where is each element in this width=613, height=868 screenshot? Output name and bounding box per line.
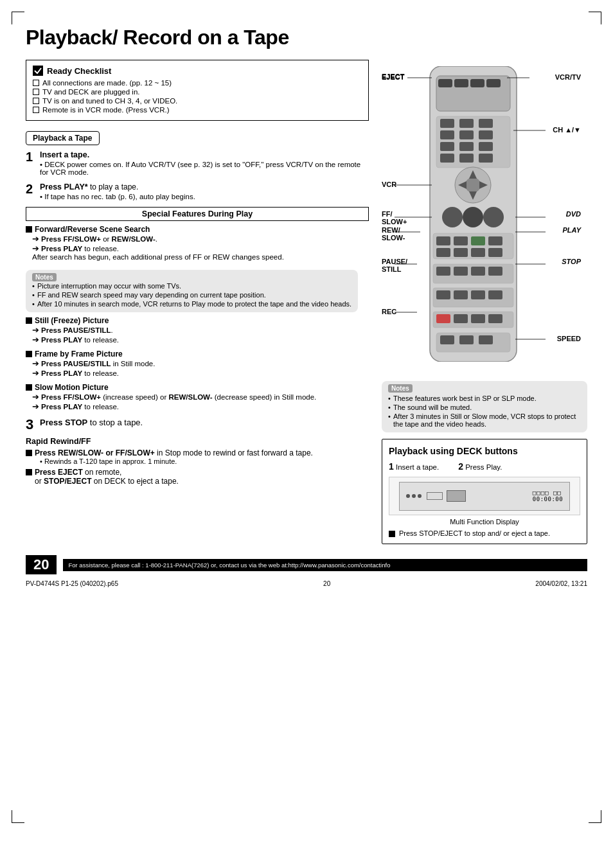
note-item: Picture interruption may occur with some…: [32, 282, 351, 290]
svg-rect-9: [479, 119, 493, 128]
deck-display: □□□□ □□ 00:00:00: [389, 477, 580, 515]
svg-rect-33: [436, 248, 450, 257]
step2: 2 Press PLAY* to play a tape. • If tape …: [26, 182, 369, 202]
black-square-icon: [26, 469, 32, 475]
deck-dot: [412, 494, 416, 498]
arrow-icon: ➔: [32, 359, 39, 368]
svg-rect-49: [454, 314, 468, 323]
pause-still-label: PAUSE/STILL: [382, 258, 407, 273]
black-square-icon: [26, 351, 32, 357]
svg-rect-34: [454, 248, 468, 257]
svg-rect-36: [488, 248, 502, 257]
svg-rect-46: [488, 290, 502, 299]
page-number: 20: [26, 555, 57, 574]
svg-rect-54: [459, 335, 474, 344]
frame-feature: Frame by Frame Picture ➔ Press PAUSE/STI…: [26, 350, 369, 378]
svg-rect-44: [454, 290, 468, 299]
svg-rect-48: [436, 314, 450, 323]
svg-rect-3: [454, 79, 468, 87]
checkbox: [33, 107, 39, 113]
deck-title: Playback using DECK buttons: [389, 446, 580, 456]
arrow-icon: ➔: [32, 368, 39, 378]
svg-rect-4: [470, 79, 484, 87]
arrow-icon: ➔: [32, 325, 39, 335]
play-label: PLAY: [562, 226, 581, 234]
svg-rect-45: [471, 290, 485, 299]
svg-point-20: [465, 177, 481, 193]
svg-point-27: [483, 207, 504, 227]
svg-rect-15: [479, 142, 493, 151]
svg-rect-39: [454, 267, 468, 276]
ch-label: CH ▲/▼: [553, 126, 581, 134]
svg-rect-50: [471, 314, 485, 323]
note-item: After 10 minutes in search mode, VCR ret…: [32, 300, 351, 308]
arrow-icon: ➔: [32, 244, 39, 253]
dvd-label: DVD: [566, 210, 581, 218]
svg-rect-5: [486, 79, 501, 87]
playback-tape-label: Playback a Tape: [26, 131, 100, 145]
svg-rect-7: [440, 119, 454, 128]
checklist-item: TV is on and tuned to CH 3, 4, or VIDEO.: [33, 97, 362, 105]
checklist-item: All connections are made. (pp. 12 ~ 15): [33, 79, 362, 87]
rec-label: REC: [382, 308, 396, 315]
checklist-icon: [33, 66, 43, 76]
still-feature: Still (Freeze) Picture ➔ Press PAUSE/STI…: [26, 316, 369, 344]
forward-reverse-feature: Forward/Reverse Scene Search ➔ Press FF/…: [26, 225, 369, 261]
svg-rect-17: [459, 154, 474, 163]
rew-slow-label: REW/SLOW-: [382, 226, 405, 242]
arrow-icon: ➔: [32, 392, 39, 402]
notes2-title: Notes: [388, 384, 581, 393]
svg-rect-16: [440, 154, 454, 163]
svg-rect-31: [471, 236, 485, 245]
arrow-icon: ➔: [32, 402, 39, 411]
svg-rect-43: [436, 290, 450, 299]
ready-checklist: Ready Checklist All connections are made…: [26, 60, 369, 121]
note-item: After 3 minutes in Still or Slow mode, V…: [388, 412, 581, 428]
svg-rect-8: [459, 119, 474, 128]
slow-feature: Slow Motion Picture ➔ Press FF/SLOW+ (in…: [26, 383, 369, 411]
remote-illustration: [417, 66, 529, 362]
note-item: The sound will be muted.: [388, 403, 581, 411]
svg-rect-12: [479, 130, 493, 139]
svg-rect-51: [488, 314, 502, 323]
svg-rect-53: [440, 335, 454, 344]
checkbox: [33, 80, 39, 86]
ff-slow-label: FF/SLOW+: [382, 210, 407, 226]
svg-point-25: [442, 207, 463, 227]
footer-meta: PV-D4744S P1-25 (040202).p65 20 2004/02/…: [26, 580, 587, 587]
svg-rect-2: [438, 79, 452, 87]
notes-box-1: Notes Picture interruption may occur wit…: [26, 270, 358, 312]
deck-dot: [406, 494, 410, 498]
svg-rect-55: [479, 335, 493, 344]
checkbox: [33, 98, 39, 104]
arrow-icon: ➔: [32, 335, 39, 344]
checklist-item: TV and DECK are plugged in.: [33, 88, 362, 96]
deck-tape-slot: [447, 490, 466, 502]
deck-slot: [427, 492, 443, 500]
notes-box-2: Notes These features work best in SP or …: [382, 381, 587, 432]
svg-rect-18: [479, 154, 493, 163]
black-square-icon: [26, 384, 32, 391]
checklist-item: Remote is in VCR mode. (Press VCR.): [33, 106, 362, 114]
rapid-rewind-section: Rapid Rewind/FF Press REW/SLOW- or FF/SL…: [26, 437, 369, 486]
note-item: FF and REW search speed may vary dependi…: [32, 291, 351, 299]
multi-func-display-label: Multi Function Display: [389, 518, 580, 526]
vcrtv-label: VCR/TV: [555, 73, 581, 81]
black-square-icon: [26, 450, 32, 456]
special-features-label: Special Features During Play: [26, 207, 369, 221]
svg-rect-29: [436, 236, 450, 245]
eject-label: EJECT: [382, 73, 404, 81]
left-column: Ready Checklist All connections are made…: [26, 60, 369, 544]
footer: 20 For assistance, please call : 1-800-2…: [26, 552, 587, 587]
step3: 3 Press STOP to stop a tape.: [26, 418, 369, 432]
svg-rect-35: [471, 248, 485, 257]
notes-label: Notes: [32, 273, 57, 281]
svg-rect-38: [436, 267, 450, 276]
svg-rect-11: [459, 130, 474, 139]
remote-area: EJECT: [382, 60, 581, 375]
black-square-icon: [26, 226, 32, 233]
page-title: Playback/ Record on a Tape: [26, 26, 587, 49]
svg-point-26: [463, 207, 483, 227]
svg-rect-10: [440, 130, 454, 139]
svg-rect-13: [440, 142, 454, 151]
